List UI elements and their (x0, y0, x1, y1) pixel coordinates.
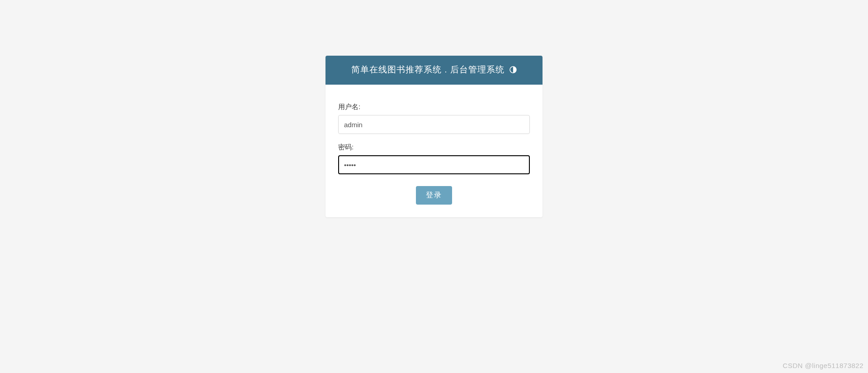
panel-body: 用户名: 密码: 登录 (326, 85, 542, 217)
contrast-icon (509, 66, 517, 76)
panel-title: 简单在线图书推荐系统 . 后台管理系统 (351, 65, 505, 74)
watermark: CSDN @linge511873822 (783, 362, 863, 369)
password-group: 密码: (338, 143, 530, 174)
panel-header: 简单在线图书推荐系统 . 后台管理系统 (326, 56, 542, 85)
username-group: 用户名: (338, 103, 530, 134)
login-panel: 简单在线图书推荐系统 . 后台管理系统 用户名: 密码: 登录 (326, 56, 542, 217)
username-input[interactable] (338, 115, 530, 134)
username-label: 用户名: (338, 103, 530, 111)
password-input[interactable] (338, 155, 530, 174)
login-button[interactable]: 登录 (416, 186, 452, 205)
password-label: 密码: (338, 143, 530, 152)
button-row: 登录 (338, 186, 530, 205)
